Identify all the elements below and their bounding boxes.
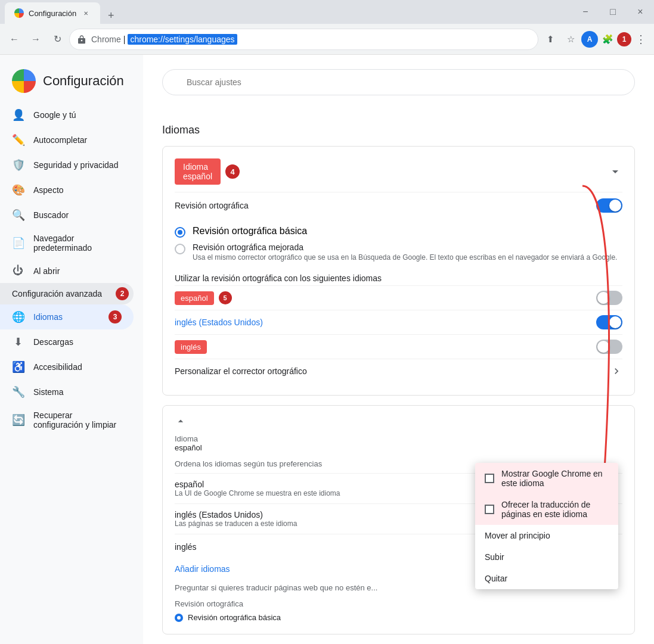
idioma-sub-value: español [175, 443, 622, 452]
revision-basic-label: Revisión ortográfica básica [188, 613, 281, 622]
utilizar-label: Utilizar la revisión ortográfica con los… [175, 269, 622, 285]
lock-icon [77, 35, 86, 44]
mostrar-label: Mostrar Google Chrome en este idioma [501, 469, 609, 488]
nav-actions: ⬆ ☆ A 🧩 1 ⋮ [541, 30, 649, 49]
idioma-badge-label: Idioma español [183, 162, 212, 181]
chevron-up-icon[interactable] [175, 415, 187, 427]
radio-mejorada[interactable]: Revisión ortográfica mejorada Usa el mis… [175, 242, 622, 262]
advanced-label: Configuración avanzada [12, 289, 102, 298]
maximize-button[interactable]: □ [599, 0, 627, 24]
sidebar-label-autocompletar: Autocompletar [33, 135, 87, 145]
radio-mejorada-content: Revisión ortográfica mejorada Usa el mis… [193, 242, 617, 262]
sidebar-item-buscador[interactable]: 🔍 Buscador [0, 203, 134, 228]
sidebar-item-sistema[interactable]: 🔧 Sistema [0, 379, 134, 405]
address-separator: | [123, 35, 126, 44]
section-title: Idiomas [162, 124, 635, 136]
spell-espanol-badge: español [175, 291, 214, 305]
tab-title: Configuración [29, 9, 76, 18]
search-input[interactable] [162, 69, 635, 95]
spell-ingles-badge: inglés [175, 340, 207, 354]
context-menu-subir[interactable]: Subir [475, 546, 618, 568]
navbar: ← → ↻ Chrome | chrome://settings/languag… [0, 24, 654, 55]
idioma-card: Idioma español 4 Revisión ortográfica [162, 146, 635, 396]
content-area: 🔍 Idiomas Idioma español 4 [143, 55, 654, 644]
refresh-button[interactable]: ↻ [48, 30, 67, 49]
badge-button[interactable]: 1 [617, 32, 631, 46]
address-text: Chrome | chrome://settings/languages [91, 34, 237, 45]
sidebar-item-idiomas[interactable]: 🌐 Idiomas 3 [0, 304, 134, 329]
share-button[interactable]: ⬆ [541, 30, 560, 49]
chrome-text: Chrome [91, 35, 121, 44]
titlebar: Configuración ✕ + − □ × [0, 0, 654, 24]
globe-icon: 🌐 [12, 310, 24, 323]
idioma-dropdown[interactable] [608, 164, 622, 179]
revision-toggle[interactable] [596, 198, 622, 213]
context-menu-mostrar[interactable]: Mostrar Google Chrome en este idioma [475, 463, 618, 494]
ingles-us-toggle[interactable] [596, 315, 622, 329]
sidebar-item-recuperar[interactable]: 🔄 Recuperar configuración y limpiar [0, 405, 134, 435]
sidebar-title: Configuración [43, 73, 124, 89]
idioma-annotation-badge: 4 [225, 164, 240, 179]
sidebar-label-aspecto: Aspecto [33, 185, 64, 195]
personalizar-row[interactable]: Personalizar el corrector ortográfico [175, 359, 622, 383]
sidebar-item-navegador[interactable]: 📄 Navegador predeterminado [0, 228, 134, 259]
content-wrapper: 🔍 Idiomas Idioma español 4 [143, 55, 654, 644]
context-menu-ofrecer[interactable]: Ofrecer la traducción de páginas en este… [475, 494, 618, 525]
close-button[interactable]: × [627, 0, 654, 24]
context-menu-mover[interactable]: Mover al principio [475, 525, 618, 546]
sidebar-label-google-tu: Google y tú [33, 110, 76, 120]
sidebar-item-descargas[interactable]: ⬇ Descargas [0, 329, 134, 354]
expanded-header [175, 415, 622, 427]
lang-ingles-us-desc: Las páginas se traducen a este idioma [175, 519, 297, 528]
browser-icon: 📄 [12, 237, 24, 250]
radio-basic[interactable]: Revisión ortográfica básica [175, 226, 622, 238]
revision-basic-row: Revisión ortográfica básica [175, 611, 622, 624]
profile-button[interactable]: A [581, 31, 598, 48]
download-icon: ⬇ [12, 335, 24, 349]
sidebar-header: Configuración [0, 60, 143, 102]
radio-basic-indicator [175, 614, 183, 622]
back-button[interactable]: ← [5, 30, 24, 49]
sidebar-item-google-tu[interactable]: 👤 Google y tú [0, 102, 134, 127]
chevron-right-icon [610, 365, 622, 377]
search-icon: 🔍 [12, 209, 24, 222]
espanol-toggle[interactable] [596, 291, 622, 305]
extensions-button[interactable]: 🧩 [599, 31, 616, 48]
sidebar-item-seguridad[interactable]: 🛡️ Seguridad y privacidad [0, 153, 134, 178]
menu-button[interactable]: ⋮ [633, 31, 649, 48]
ingles-toggle[interactable] [596, 340, 622, 354]
forward-button[interactable]: → [26, 30, 45, 49]
sidebar-item-al-abrir[interactable]: ⏻ Al abrir [0, 259, 134, 283]
window-controls: − □ × [572, 0, 654, 24]
mostrar-checkbox [485, 474, 494, 483]
radio-basic-label: Revisión ortográfica básica [193, 226, 307, 237]
add-language-link[interactable]: Añadir idiomas [175, 559, 230, 578]
new-tab-button[interactable]: + [103, 7, 119, 24]
chrome-logo [12, 69, 36, 93]
advanced-section-button[interactable]: Configuración avanzada 2 [0, 283, 134, 304]
revision-sub-label: Revisión ortográfica [175, 597, 622, 611]
sidebar-item-accesibilidad[interactable]: ♿ Accesibilidad [0, 354, 134, 379]
accessibility-icon: ♿ [12, 360, 24, 374]
tab-close-button[interactable]: ✕ [81, 8, 91, 18]
address-url: chrome://settings/languages [128, 34, 237, 45]
idioma-badge: Idioma español [175, 158, 221, 185]
idioma-sub-label: Idioma [175, 434, 622, 443]
lang-ingles-name: inglés [175, 542, 197, 552]
idiomas-badge: 3 [109, 310, 122, 323]
spell-ingles-us-label: inglés (Estados Unidos) [175, 318, 263, 327]
active-tab[interactable]: Configuración ✕ [5, 2, 100, 24]
sidebar-label-navegador: Navegador predeterminado [33, 234, 122, 253]
power-icon: ⏻ [12, 265, 24, 277]
spell-ingles-row: inglés [175, 334, 622, 359]
minimize-button[interactable]: − [572, 0, 599, 24]
address-bar[interactable]: Chrome | chrome://settings/languages [69, 29, 538, 50]
sidebar-item-aspecto[interactable]: 🎨 Aspecto [0, 178, 134, 203]
context-menu-quitar[interactable]: Quitar [475, 568, 618, 589]
sidebar-item-autocompletar[interactable]: ✏️ Autocompletar [0, 127, 134, 153]
sidebar-label-accesibilidad: Accesibilidad [33, 362, 82, 372]
tab-favicon [14, 8, 24, 18]
lang-espanol-name: español [175, 480, 340, 489]
reset-icon: 🔄 [12, 413, 24, 427]
bookmark-button[interactable]: ☆ [561, 30, 580, 49]
